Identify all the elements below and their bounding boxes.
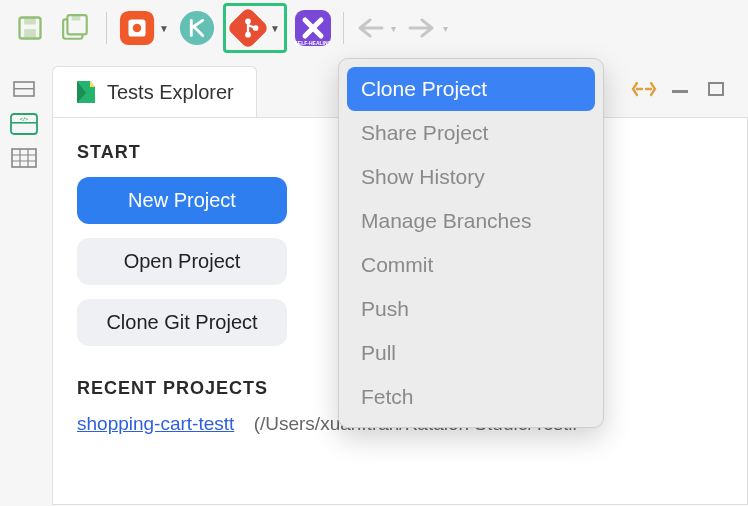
left-rail: </> — [0, 56, 48, 506]
table-icon[interactable] — [10, 146, 38, 170]
record-button-group[interactable]: ▼ — [117, 8, 171, 48]
svg-text:</>: </> — [20, 116, 29, 122]
chevron-down-icon[interactable]: ▾ — [438, 23, 452, 34]
menu-item-pull: Pull — [347, 331, 595, 375]
clone-git-project-button[interactable]: Clone Git Project — [77, 299, 287, 346]
svg-rect-20 — [12, 149, 36, 167]
nav-back-group[interactable]: ▾ — [354, 17, 400, 39]
svg-point-8 — [133, 24, 142, 33]
toolbar-separator — [106, 12, 107, 44]
chevron-down-icon[interactable]: ▾ — [386, 23, 400, 34]
outline-icon[interactable] — [10, 78, 38, 102]
tab-title: Tests Explorer — [107, 81, 234, 104]
record-icon — [117, 8, 157, 48]
menu-item-push: Push — [347, 287, 595, 331]
svg-rect-18 — [11, 122, 37, 124]
tests-explorer-icon — [75, 79, 97, 105]
arrow-left-icon — [354, 17, 386, 39]
tab-tests-explorer[interactable]: Tests Explorer — [52, 66, 257, 117]
arrow-right-icon — [406, 17, 438, 39]
panel-controls — [631, 78, 747, 100]
self-healing-icon[interactable]: SELF-HEALING — [293, 8, 333, 48]
save-icon[interactable] — [10, 8, 50, 48]
git-dropdown-menu: Clone Project Share Project Show History… — [338, 58, 604, 428]
svg-rect-5 — [72, 15, 81, 20]
svg-rect-22 — [709, 83, 723, 95]
minimize-icon[interactable] — [667, 78, 693, 100]
tests-tree-icon[interactable]: </> — [10, 112, 38, 136]
menu-item-show-history: Show History — [347, 155, 595, 199]
menu-item-commit: Commit — [347, 243, 595, 287]
git-button-group[interactable]: ▼ — [228, 8, 282, 48]
main-toolbar: ▼ ▼ SELF-HEALING ▾ ▾ — [0, 0, 748, 56]
nav-forward-group[interactable]: ▾ — [406, 17, 452, 39]
chevron-down-icon[interactable]: ▼ — [268, 23, 282, 34]
svg-rect-2 — [24, 29, 36, 37]
katalon-icon[interactable] — [177, 8, 217, 48]
toolbar-separator — [343, 12, 344, 44]
menu-item-clone-project[interactable]: Clone Project — [347, 67, 595, 111]
menu-item-manage-branches: Manage Branches — [347, 199, 595, 243]
open-project-button[interactable]: Open Project — [77, 238, 287, 285]
git-button-highlight: ▼ — [223, 3, 287, 53]
recent-project-link[interactable]: shopping-cart-testt — [77, 413, 234, 434]
chevron-down-icon[interactable]: ▼ — [157, 23, 171, 34]
menu-item-share-project: Share Project — [347, 111, 595, 155]
svg-rect-1 — [24, 18, 36, 25]
menu-item-fetch: Fetch — [347, 375, 595, 419]
svg-rect-16 — [14, 88, 34, 89]
save-all-icon[interactable] — [56, 8, 96, 48]
self-healing-label: SELF-HEALING — [293, 40, 333, 46]
new-project-button[interactable]: New Project — [77, 177, 287, 224]
svg-rect-21 — [672, 90, 688, 93]
link-editor-icon[interactable] — [631, 78, 657, 100]
git-icon — [228, 8, 268, 48]
maximize-icon[interactable] — [703, 78, 729, 100]
